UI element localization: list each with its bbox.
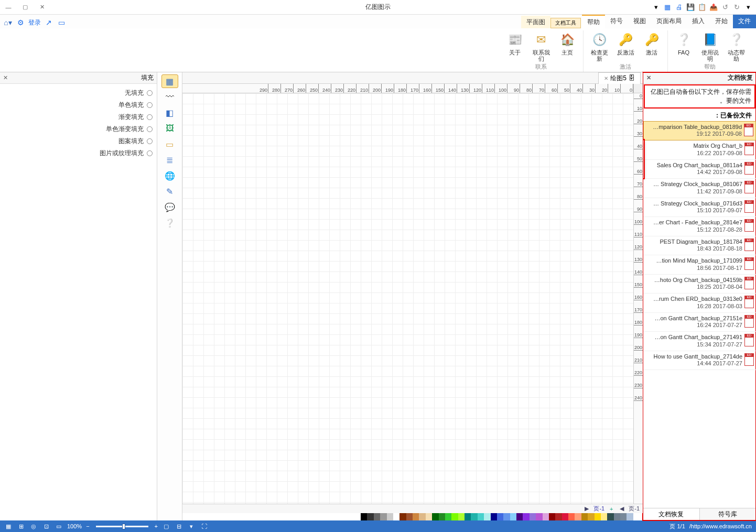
color-swatch[interactable]: [568, 513, 575, 520]
color-swatch[interactable]: [523, 513, 529, 520]
color-swatch[interactable]: [497, 513, 503, 520]
activate[interactable]: 🔑激活: [640, 30, 663, 63]
page-add-button[interactable]: +: [608, 506, 615, 512]
color-swatch[interactable]: [575, 513, 581, 520]
fill-option[interactable]: 无填充: [3, 87, 154, 99]
dynamic-help[interactable]: ❔动态帮助: [725, 30, 748, 63]
doc-tab-close-icon[interactable]: ✕: [604, 75, 608, 81]
color-swatch[interactable]: [426, 513, 432, 520]
status-grid-icon[interactable]: ▦: [4, 522, 13, 530]
contact-us[interactable]: ✉联系我们: [530, 30, 553, 63]
color-swatch[interactable]: [445, 513, 451, 520]
fill-icon[interactable]: ▦: [161, 74, 178, 88]
status-target-icon[interactable]: ◎: [29, 522, 38, 530]
page-prev-button[interactable]: ◀: [618, 505, 625, 512]
fill-option[interactable]: 图片或纹理填充: [3, 147, 154, 159]
ribbon-tab-文件[interactable]: 文件: [733, 15, 756, 28]
color-swatch[interactable]: [399, 513, 406, 520]
recovery-item[interactable]: Matrix Org Chart_b2017-09-08 16:22打开删除删除…: [643, 140, 756, 160]
color-swatch[interactable]: [581, 513, 588, 520]
color-swatch[interactable]: [536, 513, 542, 520]
recovery-panel-close-icon[interactable]: ✕: [646, 74, 651, 81]
recovery-item[interactable]: Business Photo Org Chart_backup_04159b20…: [643, 275, 756, 294]
color-swatch[interactable]: [361, 513, 367, 520]
status-fit-icon[interactable]: ▢: [162, 522, 170, 530]
doc-tab[interactable]: 🗄 绘图5 ✕: [598, 72, 641, 84]
recovery-item[interactable]: Interior Decoration Gantt Chart_backup_2…: [643, 332, 756, 351]
recovery-item[interactable]: PEST Diagram_backup_1817842017-08-18 18:…: [643, 236, 756, 256]
user-guide[interactable]: 📘使用说明: [698, 30, 721, 63]
status-fullscreen-icon[interactable]: ⛶: [200, 522, 208, 530]
canvas[interactable]: [182, 93, 633, 504]
gear-icon[interactable]: ⚙: [16, 18, 25, 27]
color-swatch[interactable]: [374, 513, 380, 520]
recovery-item[interactable]: Interior Decoration Gantt Chart_backup_2…: [643, 313, 756, 332]
recovery-item[interactable]: Bowman Strategy Clock_backup_0810672017-…: [643, 179, 756, 198]
color-swatch[interactable]: [471, 513, 477, 520]
comment-icon[interactable]: 💬: [161, 200, 178, 214]
help-icon[interactable]: ❔: [161, 216, 178, 230]
recovery-item[interactable]: Product Comparison Table_backup_08189d20…: [643, 121, 756, 141]
link-icon[interactable]: 🌐: [161, 169, 178, 182]
maximize-button[interactable]: ▢: [17, 1, 34, 14]
color-swatch[interactable]: [614, 513, 620, 520]
ribbon-tab-开始[interactable]: 开始: [710, 15, 733, 28]
status-grid2-icon[interactable]: ⊞: [17, 522, 25, 530]
qat-dropdown-icon[interactable]: ▾: [743, 3, 753, 12]
fill-option[interactable]: 图案填充: [3, 135, 154, 147]
preview-icon[interactable]: ▭: [57, 18, 66, 27]
color-ramp[interactable]: [182, 513, 643, 520]
fill-option[interactable]: 单色渐变填充: [3, 123, 154, 135]
deactivate[interactable]: 🔑反激活: [614, 30, 637, 63]
color-swatch[interactable]: [451, 513, 458, 520]
homepage[interactable]: 🏠主页: [556, 30, 579, 63]
grid-icon[interactable]: ▦: [663, 3, 672, 12]
color-swatch[interactable]: [458, 513, 465, 520]
recovery-item[interactable]: Motivation Mind Map_backup_1710992017-08…: [643, 255, 756, 275]
undo-icon[interactable]: ↺: [720, 3, 730, 12]
ribbon-tab-视图[interactable]: 视图: [628, 15, 651, 28]
print-icon[interactable]: 🖨: [674, 3, 684, 12]
recovery-item[interactable]: Sales Org Chart_backup_0811a42017-09-08 …: [643, 160, 756, 179]
color-swatch[interactable]: [478, 513, 484, 520]
status-layout-icon[interactable]: ⊟: [175, 522, 183, 530]
color-swatch[interactable]: [387, 513, 393, 520]
fill-option[interactable]: 渐变填充: [3, 111, 154, 123]
text-icon[interactable]: ≣: [161, 153, 178, 167]
recovery-item[interactable]: How to use Gantt_backup_2714de2017-07-27…: [643, 351, 756, 371]
footer-tab-recovery[interactable]: 文档恢复: [643, 508, 700, 520]
close-button[interactable]: ✕: [34, 1, 50, 14]
color-swatch[interactable]: [555, 513, 561, 520]
shadow-icon[interactable]: ◧: [161, 106, 178, 120]
color-swatch[interactable]: [380, 513, 386, 520]
page-next-button[interactable]: ▶: [583, 505, 590, 512]
color-swatch[interactable]: [588, 513, 594, 520]
color-swatch[interactable]: [503, 513, 510, 520]
zoom-slider[interactable]: [96, 526, 148, 527]
ribbon-tab-帮助[interactable]: 帮助: [582, 15, 605, 28]
color-swatch[interactable]: [439, 513, 445, 520]
tag-icon[interactable]: ✎: [161, 184, 178, 198]
export-icon[interactable]: 📤: [709, 3, 718, 12]
color-swatch[interactable]: [432, 513, 438, 520]
color-swatch[interactable]: [543, 513, 549, 520]
recovery-item[interactable]: Bowman Strategy Clock_backup_0716d32017-…: [643, 198, 756, 218]
recovery-item[interactable]: Spider Chart - Fade_backup_2814e72017-08…: [643, 217, 756, 236]
color-swatch[interactable]: [620, 513, 627, 520]
fill-option[interactable]: 单色填充: [3, 99, 154, 111]
color-swatch[interactable]: [413, 513, 419, 520]
color-swatch[interactable]: [491, 513, 497, 520]
share-icon[interactable]: ↗: [44, 18, 53, 27]
color-swatch[interactable]: [393, 513, 399, 520]
fill-panel-close-icon[interactable]: ✕: [3, 74, 8, 81]
color-swatch[interactable]: [562, 513, 568, 520]
status-more-icon[interactable]: ▾: [187, 522, 196, 530]
minimize-button[interactable]: —: [0, 1, 17, 14]
status-view-icon[interactable]: ▭: [55, 522, 63, 530]
image-icon[interactable]: 🖼: [161, 122, 178, 135]
line-icon[interactable]: 〰: [161, 90, 178, 104]
color-swatch[interactable]: [484, 513, 490, 520]
color-swatch[interactable]: [595, 513, 601, 520]
color-swatch[interactable]: [406, 513, 413, 520]
login-link[interactable]: 登录: [28, 18, 41, 27]
